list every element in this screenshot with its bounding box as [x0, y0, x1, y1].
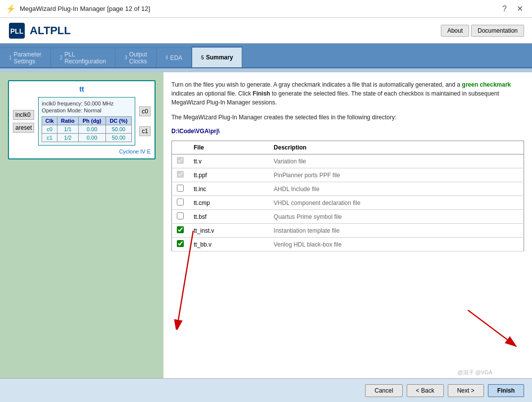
table-row: tt.cmpVHDL component declaration file [172, 196, 524, 210]
file-checkbox[interactable] [177, 226, 184, 233]
description-text1: Turn on the files you wish to generate. … [171, 80, 524, 107]
green-text: green checkmark [462, 81, 511, 88]
tab-label-1: ParameterSettings [14, 51, 42, 65]
checkbox-cell [172, 224, 189, 238]
tab-num-1: 1 [9, 55, 12, 60]
file-description: PinPlanner ports PPF file [269, 168, 524, 182]
titlebar-left: ⚡ MegaWizard Plug-In Manager [page 12 of… [6, 4, 150, 13]
file-checkbox[interactable] [177, 171, 184, 178]
checkbox-cell [172, 210, 189, 224]
checkbox-cell [172, 182, 189, 196]
table-row: tt.bsfQuartus Prime symbol file [172, 210, 524, 224]
tab-num-4: 4 [165, 55, 168, 60]
pin-c0: c0 [139, 106, 151, 116]
file-checkbox[interactable] [177, 185, 184, 192]
file-description: Quartus Prime symbol file [269, 210, 524, 224]
col-file: File [189, 141, 269, 154]
tab-label-2: PLLReconfiguration [64, 51, 106, 65]
pin-c1: c1 [139, 126, 151, 136]
left-panel: tt inclk0 areset inclk0 frequency: 50.00… [0, 72, 163, 378]
file-name: tt_bb.v [189, 238, 269, 251]
logo: PLL ALTPLL [8, 22, 71, 40]
checkbox-cell [172, 238, 189, 251]
tab-label-5: Summary [206, 54, 233, 61]
col-ratio: Ratio [57, 117, 78, 125]
table-row: tt.ppfPinPlanner ports PPF file [172, 168, 524, 182]
tabbar: 1 ParameterSettings 2 PLLReconfiguration… [0, 44, 532, 68]
tab-num-2: 2 [60, 55, 63, 60]
diagram-cell: 50.00 [106, 125, 132, 134]
tab-eda[interactable]: 4 EDA [157, 48, 192, 67]
col-clk: Clk [42, 117, 57, 125]
file-checkbox[interactable] [177, 240, 184, 247]
documentation-button[interactable]: Documentation [471, 25, 524, 37]
cancel-button[interactable]: Cancel [365, 384, 402, 397]
tab-parameter-settings[interactable]: 1 ParameterSettings [0, 48, 51, 67]
file-checkbox[interactable] [177, 157, 184, 164]
diagram-cell: 0.00 [78, 134, 106, 142]
tab-summary[interactable]: 5 Summary [192, 47, 242, 67]
checkbox-cell [172, 168, 189, 182]
titlebar: ⚡ MegaWizard Plug-In Manager [page 12 of… [0, 0, 532, 18]
col-desc: Description [269, 141, 524, 154]
file-name: tt.ppf [189, 168, 269, 182]
file-table: File Description tt.vVariation filett.pp… [171, 141, 524, 251]
checkbox-cell [172, 196, 189, 210]
file-checkbox[interactable] [177, 199, 184, 205]
file-description: AHDL Include file [269, 182, 524, 196]
diagram-info1: inclk0 frequency: 50.000 MHz [42, 100, 132, 106]
diagram-cell: 1/1 [57, 125, 78, 134]
file-description: Instantiation template file [269, 224, 524, 238]
tab-num-3: 3 [124, 55, 127, 60]
diagram-cell: 1/2 [57, 134, 78, 142]
directory-path: D:\Code\VGA\prj\ [171, 128, 524, 135]
help-button[interactable]: ? [499, 3, 510, 14]
diagram-footer: Cyclone IV E [13, 149, 151, 154]
tab-output-clocks[interactable]: 3 OutputClocks [115, 48, 157, 67]
diagram-cell: 50.00 [106, 134, 132, 142]
file-name: tt.cmp [189, 196, 269, 210]
col-dc: DC (%) [106, 117, 132, 125]
table-row: tt.incAHDL Include file [172, 182, 524, 196]
header-buttons: About Documentation [441, 25, 524, 37]
tab-label-4: EDA [170, 54, 182, 61]
file-name: tt.inc [189, 182, 269, 196]
diagram-center: inclk0 frequency: 50.000 MHz Operation M… [38, 97, 135, 146]
tab-num-5: 5 [201, 55, 204, 60]
app-icon: ⚡ [6, 4, 16, 13]
tab-label-3: OutputClocks [129, 51, 147, 65]
file-name: tt.bsf [189, 210, 269, 224]
file-description: Variation file [269, 154, 524, 168]
file-description: VHDL component declaration file [269, 196, 524, 210]
header: PLL ALTPLL About Documentation [0, 18, 532, 44]
back-button[interactable]: < Back [407, 384, 444, 397]
file-description: Verilog HDL black-box file [269, 238, 524, 251]
finish-button[interactable]: Finish [488, 384, 524, 397]
checkbox-cell [172, 154, 189, 168]
about-button[interactable]: About [441, 25, 469, 37]
diagram-title: tt [13, 85, 151, 93]
diagram-inner: inclk0 areset inclk0 frequency: 50.000 M… [13, 97, 151, 146]
pins-right: c0 c1 [139, 106, 151, 136]
col-checkbox [172, 141, 189, 154]
description-text2: The MegaWizard Plug-In Manager creates t… [171, 113, 524, 122]
logo-icon: PLL [8, 22, 26, 40]
file-name: tt_inst.v [189, 224, 269, 238]
col-ph: Ph (dg) [78, 117, 106, 125]
tab-pll-reconfig[interactable]: 2 PLLReconfiguration [51, 48, 116, 67]
pin-inclk0: inclk0 [13, 110, 34, 120]
close-button[interactable]: ✕ [514, 3, 526, 14]
next-button[interactable]: Next > [448, 384, 484, 397]
diagram-cell: c1 [42, 134, 57, 142]
pins-left: inclk0 areset [13, 110, 34, 133]
file-name: tt.v [189, 154, 269, 168]
diagram-table: Clk Ratio Ph (dg) DC (%) c01/10.0050.00c… [42, 116, 132, 142]
titlebar-controls: ? ✕ [499, 3, 526, 14]
table-row: tt.vVariation file [172, 154, 524, 168]
svg-text:PLL: PLL [10, 27, 24, 35]
separator [0, 68, 532, 72]
diagram-cell: 0.00 [78, 125, 106, 134]
diagram-box: tt inclk0 areset inclk0 frequency: 50.00… [8, 80, 156, 159]
file-checkbox[interactable] [177, 212, 184, 219]
diagram-info2: Operation Mode: Normal [42, 107, 132, 113]
